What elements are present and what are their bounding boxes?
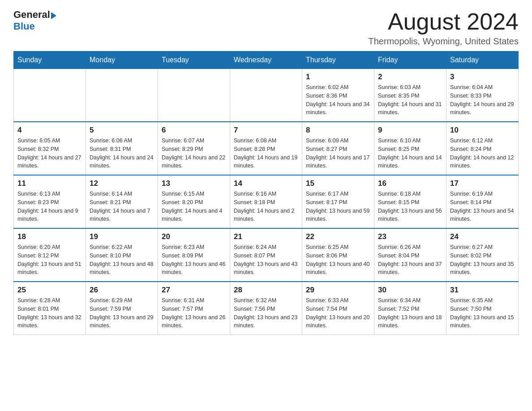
calendar-cell: 18Sunrise: 6:20 AM Sunset: 8:12 PM Dayli… [14, 228, 86, 282]
day-info: Sunrise: 6:06 AM Sunset: 8:31 PM Dayligh… [90, 137, 154, 170]
day-info: Sunrise: 6:12 AM Sunset: 8:24 PM Dayligh… [450, 137, 515, 170]
day-info: Sunrise: 6:09 AM Sunset: 8:27 PM Dayligh… [306, 137, 370, 170]
day-info: Sunrise: 6:17 AM Sunset: 8:17 PM Dayligh… [306, 190, 370, 223]
calendar-cell: 28Sunrise: 6:32 AM Sunset: 7:56 PM Dayli… [230, 282, 302, 335]
day-number: 16 [378, 179, 442, 188]
day-number: 26 [90, 286, 154, 295]
day-info: Sunrise: 6:22 AM Sunset: 8:10 PM Dayligh… [90, 243, 154, 277]
calendar-cell: 13Sunrise: 6:15 AM Sunset: 8:20 PM Dayli… [158, 175, 230, 228]
day-number: 9 [378, 126, 442, 135]
calendar-cell: 14Sunrise: 6:16 AM Sunset: 8:18 PM Dayli… [230, 175, 302, 228]
day-info: Sunrise: 6:02 AM Sunset: 8:36 PM Dayligh… [306, 83, 370, 117]
day-number: 5 [90, 126, 154, 135]
day-info: Sunrise: 6:25 AM Sunset: 8:06 PM Dayligh… [306, 243, 370, 277]
day-number: 28 [234, 286, 298, 295]
calendar-cell [230, 69, 302, 122]
col-header-monday: Monday [86, 51, 158, 69]
calendar-week-row: 18Sunrise: 6:20 AM Sunset: 8:12 PM Dayli… [14, 228, 519, 282]
calendar-cell: 16Sunrise: 6:18 AM Sunset: 8:15 PM Dayli… [374, 175, 446, 228]
day-number: 11 [17, 179, 82, 188]
calendar-cell: 19Sunrise: 6:22 AM Sunset: 8:10 PM Dayli… [86, 228, 158, 282]
month-title: August 2024 [368, 9, 519, 34]
day-info: Sunrise: 6:31 AM Sunset: 7:57 PM Dayligh… [162, 296, 226, 330]
day-number: 13 [162, 179, 226, 188]
calendar-cell: 22Sunrise: 6:25 AM Sunset: 8:06 PM Dayli… [302, 228, 374, 282]
calendar-cell [14, 69, 86, 122]
logo-arrow-icon [51, 12, 56, 19]
day-info: Sunrise: 6:04 AM Sunset: 8:33 PM Dayligh… [450, 83, 515, 117]
day-info: Sunrise: 6:23 AM Sunset: 8:09 PM Dayligh… [162, 243, 226, 277]
calendar-cell: 1Sunrise: 6:02 AM Sunset: 8:36 PM Daylig… [302, 69, 374, 122]
day-number: 24 [450, 232, 515, 241]
day-info: Sunrise: 6:14 AM Sunset: 8:21 PM Dayligh… [90, 190, 154, 223]
day-number: 30 [378, 286, 442, 295]
calendar-cell: 4Sunrise: 6:05 AM Sunset: 8:32 PM Daylig… [14, 122, 86, 175]
calendar-cell: 31Sunrise: 6:35 AM Sunset: 7:50 PM Dayli… [446, 282, 519, 335]
calendar-week-row: 1Sunrise: 6:02 AM Sunset: 8:36 PM Daylig… [14, 69, 519, 122]
calendar-cell: 29Sunrise: 6:33 AM Sunset: 7:54 PM Dayli… [302, 282, 374, 335]
day-number: 25 [17, 286, 82, 295]
col-header-wednesday: Wednesday [230, 51, 302, 69]
day-info: Sunrise: 6:27 AM Sunset: 8:02 PM Dayligh… [450, 243, 515, 277]
day-info: Sunrise: 6:29 AM Sunset: 7:59 PM Dayligh… [90, 296, 154, 330]
col-header-tuesday: Tuesday [158, 51, 230, 69]
day-info: Sunrise: 6:15 AM Sunset: 8:20 PM Dayligh… [162, 190, 226, 223]
calendar-cell [86, 69, 158, 122]
day-info: Sunrise: 6:28 AM Sunset: 8:01 PM Dayligh… [17, 296, 82, 330]
day-info: Sunrise: 6:05 AM Sunset: 8:32 PM Dayligh… [17, 137, 82, 170]
calendar-cell [158, 69, 230, 122]
day-number: 23 [378, 232, 442, 241]
page-header: General Blue August 2024 Thermopolis, Wy… [13, 9, 519, 47]
day-number: 27 [162, 286, 226, 295]
day-info: Sunrise: 6:13 AM Sunset: 8:23 PM Dayligh… [17, 190, 82, 223]
day-number: 10 [450, 126, 515, 135]
day-number: 20 [162, 232, 226, 241]
day-number: 1 [306, 73, 370, 81]
day-info: Sunrise: 6:03 AM Sunset: 8:35 PM Dayligh… [378, 83, 442, 117]
calendar-cell: 17Sunrise: 6:19 AM Sunset: 8:14 PM Dayli… [446, 175, 519, 228]
day-info: Sunrise: 6:08 AM Sunset: 8:28 PM Dayligh… [234, 137, 298, 170]
col-header-sunday: Sunday [14, 51, 86, 69]
calendar-cell: 21Sunrise: 6:24 AM Sunset: 8:07 PM Dayli… [230, 228, 302, 282]
day-number: 14 [234, 179, 298, 188]
day-info: Sunrise: 6:33 AM Sunset: 7:54 PM Dayligh… [306, 296, 370, 330]
calendar-week-row: 11Sunrise: 6:13 AM Sunset: 8:23 PM Dayli… [14, 175, 519, 228]
day-number: 6 [162, 126, 226, 135]
calendar-cell: 2Sunrise: 6:03 AM Sunset: 8:35 PM Daylig… [374, 69, 446, 122]
day-number: 7 [234, 126, 298, 135]
day-number: 18 [17, 232, 82, 241]
calendar-week-row: 25Sunrise: 6:28 AM Sunset: 8:01 PM Dayli… [14, 282, 519, 335]
day-number: 15 [306, 179, 370, 188]
day-number: 29 [306, 286, 370, 295]
calendar-cell: 15Sunrise: 6:17 AM Sunset: 8:17 PM Dayli… [302, 175, 374, 228]
day-number: 19 [90, 232, 154, 241]
day-info: Sunrise: 6:32 AM Sunset: 7:56 PM Dayligh… [234, 296, 298, 330]
col-header-thursday: Thursday [302, 51, 374, 69]
day-info: Sunrise: 6:07 AM Sunset: 8:29 PM Dayligh… [162, 137, 226, 170]
calendar-cell: 6Sunrise: 6:07 AM Sunset: 8:29 PM Daylig… [158, 122, 230, 175]
day-info: Sunrise: 6:18 AM Sunset: 8:15 PM Dayligh… [378, 190, 442, 223]
col-header-friday: Friday [374, 51, 446, 69]
calendar-cell: 30Sunrise: 6:34 AM Sunset: 7:52 PM Dayli… [374, 282, 446, 335]
calendar-cell: 20Sunrise: 6:23 AM Sunset: 8:09 PM Dayli… [158, 228, 230, 282]
calendar-table: SundayMondayTuesdayWednesdayThursdayFrid… [13, 51, 519, 335]
day-info: Sunrise: 6:10 AM Sunset: 8:25 PM Dayligh… [378, 137, 442, 170]
calendar-cell: 24Sunrise: 6:27 AM Sunset: 8:02 PM Dayli… [446, 228, 519, 282]
day-number: 21 [234, 232, 298, 241]
day-info: Sunrise: 6:34 AM Sunset: 7:52 PM Dayligh… [378, 296, 442, 330]
calendar-cell: 8Sunrise: 6:09 AM Sunset: 8:27 PM Daylig… [302, 122, 374, 175]
day-info: Sunrise: 6:26 AM Sunset: 8:04 PM Dayligh… [378, 243, 442, 277]
calendar-cell: 25Sunrise: 6:28 AM Sunset: 8:01 PM Dayli… [14, 282, 86, 335]
day-info: Sunrise: 6:20 AM Sunset: 8:12 PM Dayligh… [17, 243, 82, 277]
day-number: 2 [378, 73, 442, 81]
col-header-saturday: Saturday [446, 51, 519, 69]
day-number: 17 [450, 179, 515, 188]
day-number: 22 [306, 232, 370, 241]
title-block: August 2024 Thermopolis, Wyoming, United… [368, 9, 519, 47]
calendar-header-row: SundayMondayTuesdayWednesdayThursdayFrid… [14, 51, 519, 69]
logo-blue-text: Blue [13, 21, 35, 32]
calendar-cell: 9Sunrise: 6:10 AM Sunset: 8:25 PM Daylig… [374, 122, 446, 175]
day-info: Sunrise: 6:16 AM Sunset: 8:18 PM Dayligh… [234, 190, 298, 223]
day-info: Sunrise: 6:35 AM Sunset: 7:50 PM Dayligh… [450, 296, 515, 330]
calendar-week-row: 4Sunrise: 6:05 AM Sunset: 8:32 PM Daylig… [14, 122, 519, 175]
